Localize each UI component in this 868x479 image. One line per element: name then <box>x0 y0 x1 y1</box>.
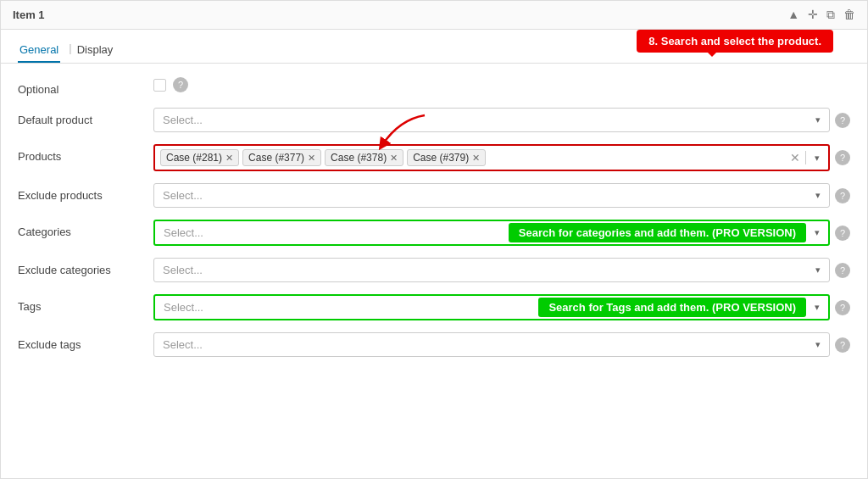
tab-separator: | <box>69 42 71 59</box>
tag-close-378[interactable]: ✕ <box>390 153 398 164</box>
tags-select[interactable]: Select... Search for Tags and add them. … <box>153 294 830 320</box>
products-row: Products Case (#281) ✕ Case (#377) ✕ C <box>18 144 850 171</box>
optional-control: ? <box>153 77 850 92</box>
exclude-categories-row: Exclude categories Select... ▾ ? <box>18 258 850 282</box>
item-panel: Item 1 ▲ ✛ ⧉ 🗑 General | Display Optiona… <box>0 0 868 479</box>
exclude-products-row: Exclude products Select... ▾ ? <box>18 183 850 208</box>
delete-icon[interactable]: 🗑 <box>843 8 855 22</box>
categories-arrow-icon[interactable]: ▾ <box>806 222 828 243</box>
products-label: Products <box>18 144 153 163</box>
tag-label: Case (#379) <box>413 152 469 164</box>
categories-control: Select... Search for categories and add … <box>153 220 850 246</box>
panel-header: Item 1 ▲ ✛ ⧉ 🗑 <box>1 1 867 30</box>
default-product-arrow-icon[interactable]: ▾ <box>807 109 829 131</box>
optional-help-icon[interactable]: ? <box>173 77 188 92</box>
optional-row: Optional ? <box>18 77 850 96</box>
exclude-products-arrow-icon[interactable]: ▾ <box>807 185 829 206</box>
products-arrow-icon[interactable]: ▾ <box>806 148 828 169</box>
exclude-categories-arrow-icon[interactable]: ▾ <box>807 259 829 281</box>
tag-case-379: Case (#379) ✕ <box>407 149 486 166</box>
tag-case-281: Case (#281) ✕ <box>160 149 239 166</box>
tags-arrow-icon[interactable]: ▾ <box>806 297 828 318</box>
tags-placeholder: Select... <box>155 296 530 319</box>
up-arrow-icon[interactable]: ▲ <box>787 8 799 22</box>
categories-label: Categories <box>18 220 153 238</box>
exclude-products-help-icon[interactable]: ? <box>835 188 850 203</box>
exclude-products-select[interactable]: Select... ▾ <box>153 183 830 208</box>
tags-help-icon[interactable]: ? <box>835 300 850 315</box>
exclude-tags-label: Exclude tags <box>18 332 153 351</box>
exclude-products-placeholder: Select... <box>154 184 807 207</box>
tags-control: Select... Search for Tags and add them. … <box>153 294 850 320</box>
exclude-categories-control: Select... ▾ ? <box>153 258 850 282</box>
tags-label: Tags <box>18 294 153 313</box>
exclude-tags-placeholder: Select... <box>154 333 807 356</box>
products-tags-container: Case (#281) ✕ Case (#377) ✕ Case (#378) … <box>155 146 785 170</box>
exclude-tags-row: Exclude tags Select... ▾ ? <box>18 332 850 357</box>
tag-close-379[interactable]: ✕ <box>472 153 480 164</box>
tab-general[interactable]: General <box>18 38 60 63</box>
tag-label: Case (#377) <box>248 152 304 164</box>
tag-close-281[interactable]: ✕ <box>225 153 233 164</box>
exclude-categories-label: Exclude categories <box>18 258 153 276</box>
default-product-control: Select... ▾ 8. Search and select the pro… <box>153 108 850 132</box>
optional-label: Optional <box>18 77 153 96</box>
panel-header-icons: ▲ ✛ ⧉ 🗑 <box>787 8 855 22</box>
tag-case-377: Case (#377) ✕ <box>242 149 321 166</box>
exclude-categories-help-icon[interactable]: ? <box>835 263 850 278</box>
red-annotation: 8. Search and select the product. <box>637 30 833 53</box>
form-body: Optional ? Default product Select... ▾ 8… <box>1 64 867 382</box>
categories-help-icon[interactable]: ? <box>835 226 850 241</box>
move-icon[interactable]: ✛ <box>808 8 818 22</box>
products-help-icon[interactable]: ? <box>835 150 850 165</box>
tag-label: Case (#378) <box>331 152 387 164</box>
optional-checkbox[interactable] <box>153 79 166 92</box>
default-product-help-icon[interactable]: ? <box>835 113 850 128</box>
copy-icon[interactable]: ⧉ <box>826 8 835 22</box>
products-clear-icon[interactable]: ✕ <box>785 151 806 164</box>
products-select[interactable]: Case (#281) ✕ Case (#377) ✕ Case (#378) … <box>153 144 830 171</box>
categories-row: Categories Select... Search for categori… <box>18 220 850 246</box>
exclude-categories-select[interactable]: Select... ▾ <box>153 258 830 282</box>
exclude-products-label: Exclude products <box>18 183 153 202</box>
tag-case-378: Case (#378) ✕ <box>325 149 403 166</box>
categories-placeholder: Select... <box>155 221 500 244</box>
tag-close-377[interactable]: ✕ <box>308 153 315 164</box>
categories-annotation: Search for categories and add them. (PRO… <box>509 223 806 242</box>
exclude-tags-help-icon[interactable]: ? <box>835 337 850 353</box>
exclude-categories-placeholder: Select... <box>154 259 807 281</box>
tag-label: Case (#281) <box>166 152 222 164</box>
products-control: Case (#281) ✕ Case (#377) ✕ Case (#378) … <box>153 144 850 171</box>
default-product-placeholder: Select... <box>154 109 807 131</box>
exclude-products-control: Select... ▾ ? <box>153 183 850 208</box>
default-product-label: Default product <box>18 108 153 126</box>
default-product-select[interactable]: Select... ▾ <box>153 108 830 132</box>
panel-title: Item 1 <box>13 8 45 21</box>
exclude-tags-control: Select... ▾ ? <box>153 332 850 357</box>
categories-select[interactable]: Select... Search for categories and add … <box>153 220 830 246</box>
exclude-tags-select[interactable]: Select... ▾ <box>153 332 830 357</box>
tags-row: Tags Select... Search for Tags and add t… <box>18 294 850 320</box>
tab-display[interactable]: Display <box>75 38 115 63</box>
tags-annotation: Search for Tags and add them. (PRO VERSI… <box>538 298 806 317</box>
default-product-row: Default product Select... ▾ 8. Search an… <box>18 108 850 132</box>
exclude-tags-arrow-icon[interactable]: ▾ <box>807 334 829 355</box>
